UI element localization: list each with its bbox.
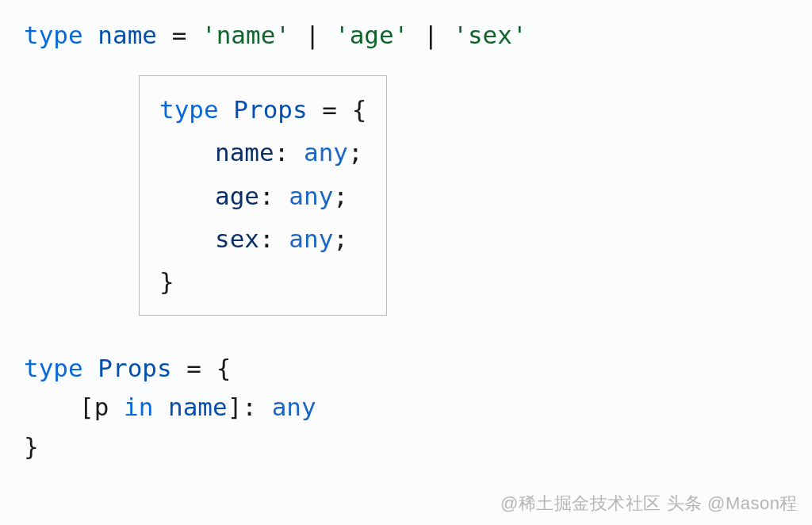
watermark-text: @稀土掘金技术社区 头条 @Mason程 (500, 489, 798, 517)
code-editor: type name = 'name' | 'age' | 'sex' type … (24, 16, 788, 466)
semicolon: ; (333, 182, 348, 210)
code-block-bottom: type Props = { [p in name]: any } (24, 349, 788, 467)
hover-tooltip: type Props = { name: any; age: any; sex:… (139, 75, 387, 316)
tooltip-line-2: name: any; (159, 131, 366, 174)
equals: = (157, 21, 201, 49)
type-any: any (304, 138, 348, 167)
type-identifier: name (98, 21, 157, 49)
type-any: any (272, 393, 316, 421)
code-line-1: type name = 'name' | 'age' | 'sex' (24, 16, 788, 56)
tooltip-line-4: sex: any; (159, 217, 366, 260)
code-line-b1: type Props = { (24, 349, 788, 389)
punct: = { (308, 95, 367, 124)
keyword-type: type (159, 95, 219, 124)
param-p: p (94, 393, 109, 421)
type-any: any (289, 224, 333, 253)
property-name: age (215, 182, 259, 210)
type-identifier: Props (83, 354, 172, 382)
open-bracket: [ (79, 393, 94, 421)
string-literal: 'sex' (453, 21, 527, 49)
colon: : (259, 224, 289, 253)
type-identifier: Props (219, 95, 308, 124)
close-brace: } (159, 267, 174, 296)
pipe-operator: | (290, 21, 335, 49)
close-brace: } (24, 432, 39, 461)
close-bracket-colon: ]: (228, 393, 272, 421)
property-name: name (215, 138, 274, 167)
colon: : (259, 182, 289, 210)
string-literal: 'name' (201, 21, 290, 49)
tooltip-line-5: } (159, 260, 366, 303)
code-line-b2: [p in name]: any (24, 388, 788, 427)
string-literal: 'age' (335, 21, 408, 49)
semicolon: ; (333, 224, 348, 253)
type-ref-name: name (168, 393, 228, 421)
keyword-type: type (24, 354, 83, 382)
punct: = { (172, 354, 232, 382)
tooltip-line-3: age: any; (159, 174, 366, 217)
type-any: any (289, 182, 333, 210)
code-line-b3: } (24, 427, 788, 467)
tooltip-line-1: type Props = { (159, 88, 366, 131)
keyword-type: type (24, 21, 83, 49)
semicolon: ; (348, 138, 363, 167)
colon: : (274, 138, 304, 167)
property-name: sex (215, 224, 259, 253)
pipe-operator: | (408, 21, 453, 49)
keyword-in: in (109, 393, 168, 421)
